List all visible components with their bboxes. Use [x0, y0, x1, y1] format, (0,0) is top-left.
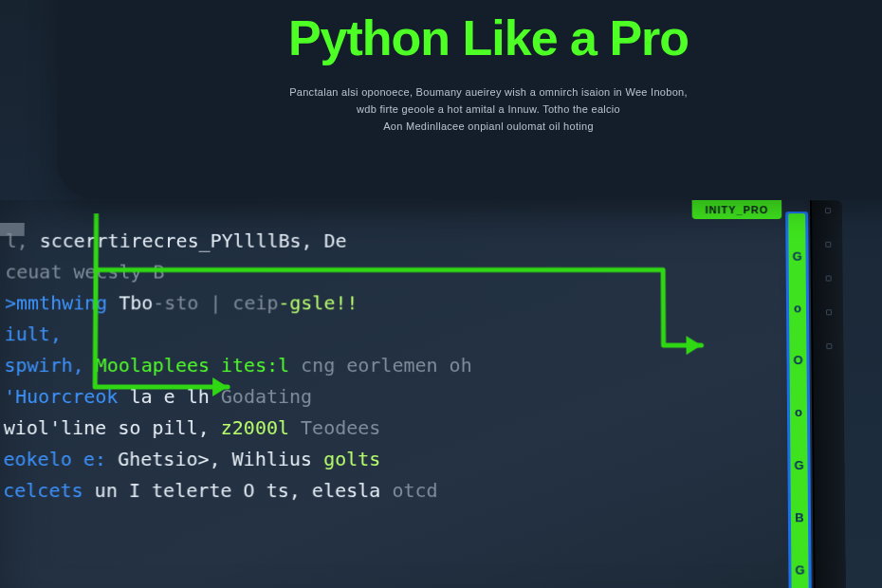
scrollbar-glyph: B: [795, 510, 804, 524]
code-line: l, sccerrtirecres_PYllllBs, De: [6, 227, 767, 256]
scrollbar-glyph: G: [792, 249, 801, 264]
bezel-indicator-dots: [825, 208, 832, 349]
scrollbar-glyph: O: [793, 353, 802, 367]
hero-subtitle: Panctalan alsi oponoece, Boumany aueirey…: [204, 83, 773, 135]
hero-subtitle-line: Aon Medinllacee onpianl oulomat oil hoti…: [383, 120, 594, 132]
code-token: spwirh,: [4, 354, 83, 377]
code-line: wiol'line so pill, z2000l Teodees: [4, 413, 769, 443]
code-token: ceuat wecsly B: [5, 261, 164, 284]
hero-subtitle-line: wdb firte geoole a hot amital a Innuw. T…: [357, 103, 620, 115]
code-line: eokelo e: Ghetsio>, Wihlius golts: [3, 445, 768, 474]
code-line: celcets un I telerte O ts, elesla otcd: [3, 476, 769, 505]
scrollbar-glyph: G: [795, 562, 804, 577]
code-token: Tbo: [119, 291, 153, 314]
hero-banner: Python Like a Pro Panctalan alsi oponoec…: [57, 0, 882, 199]
code-token: Godating: [221, 385, 312, 408]
code-token: celcets: [3, 479, 83, 502]
code-token: otcd: [392, 479, 437, 502]
editor-screen: INITY_PRO l, sccerrtirecres_PYllllBs, De…: [0, 200, 846, 588]
code-token: eorlemen oh: [335, 354, 471, 377]
code-token: la e lh: [118, 385, 220, 408]
code-token: un I telerte O ts, elesla: [83, 479, 393, 502]
code-token: >mmthwing: [5, 291, 119, 314]
code-area[interactable]: l, sccerrtirecres_PYllllBs, Deceuat wecs…: [0, 217, 783, 588]
scrollbar-track: GoOoGBG: [788, 213, 809, 588]
code-token: cng: [301, 354, 335, 377]
code-token: l,: [6, 230, 40, 252]
code-line: >mmthwing Tbo-sto | ceip-gsle!!: [5, 288, 767, 318]
code-line: 'Huorcreok la e lh Godating: [4, 382, 768, 412]
code-line: ceuat wecsly B: [5, 258, 767, 287]
code-line: iult,: [5, 320, 768, 349]
code-token: -gsle!!: [278, 291, 358, 314]
code-token: Ghetsio>, Wihlius: [118, 448, 323, 470]
code-token: iult,: [5, 322, 62, 345]
code-token: -sto | ceip: [153, 291, 278, 314]
monitor-bezel: [810, 200, 846, 588]
code-token: z2000l: [221, 416, 289, 439]
code-token: sccerrtirecres: [40, 230, 199, 252]
editor-scrollbar[interactable]: GoOoGBG: [785, 211, 812, 588]
code-token: Moolaplees ites:l: [84, 354, 302, 377]
code-line: spwirh, Moolaplees ites:l cng eorlemen o…: [4, 351, 767, 380]
scrollbar-glyph: o: [795, 405, 802, 419]
page-root: Python Like a Pro Panctalan alsi oponoec…: [0, 0, 882, 588]
page-title: Python Like a Pro: [114, 9, 863, 66]
code-token: Teodees: [289, 416, 380, 439]
hero-subtitle-line: Panctalan alsi oponoece, Boumany aueirey…: [289, 86, 688, 98]
code-token: _PYllllBs, De: [199, 230, 347, 252]
code-token: wiol'line so pill,: [4, 416, 221, 439]
code-token: eokelo e:: [3, 448, 118, 470]
scrollbar-glyph: o: [794, 302, 801, 316]
scrollbar-glyph: G: [794, 458, 803, 472]
code-token: 'Huorcreok: [4, 385, 119, 408]
code-token: golts: [323, 448, 380, 470]
